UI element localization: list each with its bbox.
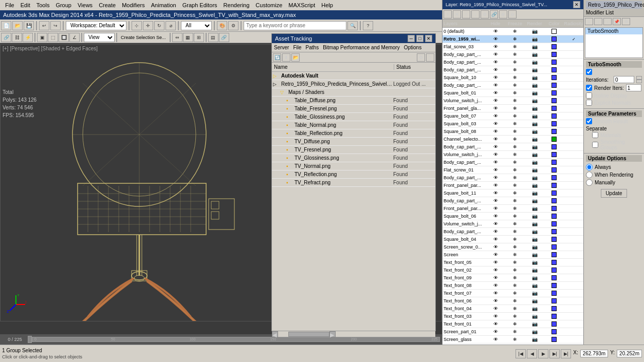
asset-tb-btn-5[interactable]: ? <box>426 53 434 62</box>
layer-tb-3[interactable]: ↑ <box>462 10 470 18</box>
radio-always[interactable] <box>586 164 593 170</box>
new-btn[interactable]: 📄 <box>1 21 11 30</box>
layer-item[interactable]: Body_cap_part_...👁❄📷 <box>443 143 583 151</box>
layer-item[interactable]: Square_bolt_06👁❄📷 <box>443 213 583 220</box>
iterations-down[interactable]: ▼ <box>636 80 642 83</box>
asset-panel-minimize[interactable]: ─ <box>408 35 415 42</box>
list-item[interactable]: ▪ Table_Diffuse.png Found <box>272 97 435 105</box>
asset-menu-bitmap[interactable]: Bitmap Performance and Memory <box>323 45 400 50</box>
menu-item-animation[interactable]: Animation <box>148 2 179 8</box>
menu-item-tools[interactable]: Tools <box>33 2 53 8</box>
open-btn[interactable]: 📂 <box>12 21 23 30</box>
list-item[interactable]: ▪ TV_Fresnel.png Found <box>272 146 435 154</box>
update-button[interactable]: Update <box>601 189 627 198</box>
asset-tb-btn-1[interactable]: 🔃 <box>273 53 281 62</box>
checkbox-turbosmooth[interactable] <box>586 69 592 75</box>
list-item[interactable]: ▪ Table_Normal.png Found <box>272 121 435 129</box>
layer-item[interactable]: Body_cap_part_...👁❄📷 <box>443 174 583 182</box>
smooth-result-checkbox[interactable] <box>586 118 592 124</box>
filter-btn[interactable]: ▣ <box>37 33 47 42</box>
mirror-btn[interactable]: ⇔ <box>172 33 182 42</box>
select-region-btn[interactable]: ⬚ <box>48 33 58 42</box>
layer-item[interactable]: Text_front_06👁❄📷 <box>443 297 583 305</box>
bind-btn[interactable]: ⚡ <box>23 33 33 42</box>
layer-item[interactable]: Text_front_05👁❄📷 <box>443 259 583 266</box>
asset-menu-paths[interactable]: Paths <box>306 45 319 50</box>
select-btn[interactable]: ⊹ <box>132 21 142 30</box>
redo-btn[interactable]: ↪ <box>50 21 61 30</box>
layer-tb-new[interactable]: + <box>444 10 452 18</box>
schematic-btn[interactable]: 🔗 <box>219 33 229 42</box>
asset-menu-file[interactable]: File <box>293 45 301 50</box>
list-item[interactable]: ▪ Table_Fresnel.png Found <box>272 105 435 113</box>
mod-icon-1[interactable]: ≡ <box>585 18 593 25</box>
layer-item[interactable]: Body_cap_part_...👁❄📷 <box>443 51 583 59</box>
isoline-checkbox[interactable] <box>586 92 592 99</box>
layer-list[interactable]: 0 (default) 👁 ❄ 📷 Retro_1959_wi... 👁 ❄ 📷… <box>443 28 583 362</box>
link-btn[interactable]: 🔗 <box>1 33 11 42</box>
layer-tb-8[interactable]: ⊖ <box>508 10 517 18</box>
list-item[interactable]: ▷ Retro_1959_Philco_Predicta_Princess_Sw… <box>272 80 435 88</box>
layer-item[interactable]: Volume_switch_j...👁❄📷 <box>443 151 583 159</box>
list-item[interactable]: ▪ TV_Normal.png Found <box>272 162 435 170</box>
layer-item[interactable]: Square_bolt_04👁❄📷 <box>443 236 583 243</box>
list-item[interactable]: ▪ Table_Glossiness.png Found <box>272 113 435 121</box>
layer-panel-close[interactable]: ✕ <box>573 1 580 8</box>
layer-tb-4[interactable]: ↓ <box>471 10 480 18</box>
asset-list[interactable]: ▷ Autodesk Vault ▷ Retro_1959_Philco_Pre… <box>272 72 435 331</box>
radio-manually[interactable] <box>586 179 593 186</box>
render-iters-checkbox[interactable] <box>586 85 592 91</box>
scroll-right-btn[interactable]: ▶ <box>329 331 336 337</box>
layer-item[interactable]: Volume_switch_j...👁❄📷 <box>443 97 583 105</box>
mod-icon-5[interactable]: ⚙ <box>622 18 630 25</box>
menu-item-file[interactable]: File <box>2 2 17 8</box>
menu-item-customize[interactable]: Customize <box>252 2 285 8</box>
next-frame-btn[interactable]: ▶| <box>549 349 560 358</box>
save-btn[interactable]: 💾 <box>24 21 34 30</box>
mod-icon-2[interactable]: ↑ <box>594 18 602 25</box>
layer-item[interactable]: Body_cap_part_...👁❄📷 <box>443 159 583 166</box>
layer-tb-6[interactable]: 🔗 <box>490 10 498 18</box>
list-item[interactable]: ▪ TV_Reflection.png Found <box>272 170 435 179</box>
freeze-cell[interactable]: ❄ <box>505 29 525 34</box>
menu-item-graph[interactable]: Graph Editors <box>179 2 220 8</box>
render-setup-btn[interactable]: ⚙ <box>228 21 238 30</box>
layer-item[interactable]: Channel_selecto...👁❄📷 <box>443 136 583 143</box>
radio-when-rendering[interactable] <box>586 172 593 178</box>
layer-item[interactable]: Body_cap_part_...👁❄📷 <box>443 59 583 66</box>
menu-item-group[interactable]: Group <box>52 2 75 8</box>
asset-tb-btn-4[interactable]: ⚙ <box>417 53 425 62</box>
layer-item[interactable]: Text_front_03👁❄📷 <box>443 313 583 320</box>
menu-item-views[interactable]: Views <box>75 2 96 8</box>
layer-item[interactable]: Screen_screw_0...👁❄📷 <box>443 243 583 251</box>
goto-end-btn[interactable]: ▶| <box>561 349 571 358</box>
layer-item[interactable]: Front_panel_par...👁❄📷 <box>443 182 583 189</box>
menu-item-maxscript[interactable]: MAXScript <box>285 2 318 8</box>
asset-menu-options[interactable]: Options <box>404 45 421 50</box>
timeline-bar[interactable]: 0 50 100 150 200 225 <box>32 337 440 342</box>
prev-frame-btn[interactable]: ◀ <box>527 349 537 358</box>
iterations-up[interactable]: ▲ <box>636 76 642 80</box>
layer-item[interactable]: Square_bolt_03👁❄📷 <box>443 120 583 128</box>
layer-item[interactable]: Text_front_07👁❄📷 <box>443 290 583 297</box>
layer-item[interactable]: Square_bolt_10👁❄📷 <box>443 74 583 82</box>
layer-tb-5[interactable]: ⚙ <box>481 10 489 18</box>
scroll-left-btn[interactable]: ◀ <box>272 331 278 337</box>
asset-menu-server[interactable]: Server <box>274 45 289 50</box>
layer-item[interactable]: Front_panel_gla...👁❄📷 <box>443 105 583 112</box>
layer-item[interactable]: Text_front_08👁❄📷 <box>443 282 583 290</box>
move-btn[interactable]: ✛ <box>143 21 153 30</box>
play-btn[interactable]: ▶ <box>538 349 548 358</box>
snap-toggle-btn[interactable]: 🔲 <box>59 33 69 42</box>
mod-icon-3[interactable]: ↓ <box>603 18 612 25</box>
layer-item[interactable]: Flat_screw_03👁❄📷 <box>443 43 583 51</box>
modifier-list[interactable]: TurboSmooth <box>585 27 643 58</box>
layer-item[interactable]: Retro_1959_wi... 👁 ❄ 📷 ✓ <box>443 35 583 43</box>
menu-item-rendering[interactable]: Rendering <box>220 2 253 8</box>
layer-item[interactable]: Flat_screw_01👁❄📷 <box>443 166 583 174</box>
smoothing-groups-checkbox[interactable] <box>592 142 598 148</box>
layer-item[interactable]: Text_front_09👁❄📷 <box>443 274 583 282</box>
render-btn[interactable]: 🎨 <box>217 21 227 30</box>
asset-tb-btn-3[interactable]: 📂 <box>291 53 300 62</box>
unlink-btn[interactable]: ⛓ <box>12 33 22 42</box>
